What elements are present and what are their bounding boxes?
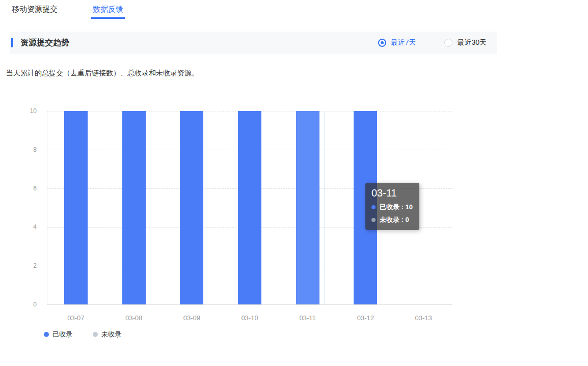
x-axis-label-03-08: 03-08 [114,314,154,322]
chart-tooltip: 03-11 已收录 : 10未收录 : 0 [365,183,419,230]
y-axis-tick-10: 10 [0,107,37,115]
legend-item-未收录[interactable]: 未收录 [93,330,121,339]
unindexed-dot-icon [371,218,376,222]
y-axis-tick-8: 8 [0,146,37,153]
y-axis-tick-6: 6 [0,185,37,192]
tooltip-value-text: 未收录 : 0 [380,215,409,224]
legend-label: 未收录 [101,330,121,339]
x-axis-label-03-10: 03-10 [229,314,270,322]
y-axis-line [47,111,47,304]
tooltip-date-title: 03-11 [371,187,413,199]
x-axis-label-03-12: 03-12 [345,314,386,322]
legend-item-已收录[interactable]: 已收录 [44,330,72,339]
submission-trend-chart: 024681003-0703-0803-0903-1003-1103-1203-… [0,0,588,366]
chart-legend: 已收录未收录 [44,330,121,339]
legend-dot-icon [44,332,49,337]
y-axis-tick-2: 2 [0,262,37,269]
tooltip-row-未收录: 未收录 : 0 [371,215,413,224]
bar-已收录-03-10[interactable] [238,111,261,304]
legend-dot-icon [93,332,98,337]
bar-已收录-03-08[interactable] [122,111,146,304]
y-axis-tick-4: 4 [0,223,37,231]
indexed-dot-icon [371,205,376,209]
axis-pointer-line [325,111,325,304]
x-axis-line [47,304,452,305]
x-axis-label-03-07: 03-07 [56,314,96,322]
bar-已收录-03-07[interactable] [64,111,88,304]
x-axis-label-03-13: 03-13 [403,314,444,322]
bar-已收录-03-09[interactable] [180,111,203,304]
bar-已收录-03-11[interactable] [296,111,319,304]
legend-label: 已收录 [52,330,72,339]
x-axis-label-03-09: 03-09 [171,314,212,322]
y-axis-tick-0: 0 [0,301,37,308]
tooltip-value-text: 已收录 : 10 [380,203,413,212]
tooltip-row-已收录: 已收录 : 10 [371,203,413,212]
x-axis-label-03-11: 03-11 [287,314,328,322]
